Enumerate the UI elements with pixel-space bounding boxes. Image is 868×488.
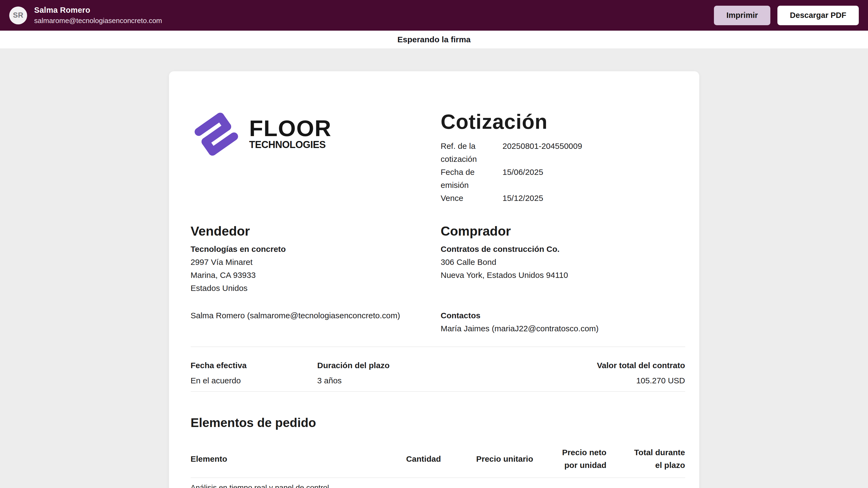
seller-address-line: Marina, CA 93933 (191, 269, 441, 282)
status-text: Esperando la firma (397, 35, 471, 44)
seller-company: Tecnologías en concreto (191, 242, 441, 256)
summary-value: En el acuerdo (191, 374, 317, 387)
meta-value-issue-date: 15/06/2025 (503, 166, 685, 192)
avatar-initials: SR (13, 11, 24, 20)
seller-address-line: 2997 Vía Minaret (191, 256, 441, 269)
buyer-heading: Comprador (441, 224, 685, 239)
seller-heading: Vendedor (191, 224, 441, 239)
item-quantity: 10 (395, 478, 441, 488)
meta-label-issue-date: Fecha de emisión (441, 166, 503, 192)
summary-total-value: Valor total del contrato 105.270 USD (597, 359, 685, 387)
seller-section: Vendedor Tecnologías en concreto 2997 Ví… (191, 224, 441, 335)
floor-logo-icon (191, 105, 242, 163)
column-header-cantidad: Cantidad (395, 453, 441, 465)
seller-address: Tecnologías en concreto 2997 Vía Minaret… (191, 242, 441, 309)
meta-value-ref: 20250801-204550009 (503, 140, 685, 166)
summary-effective-date: Fecha efectiva En el acuerdo (191, 359, 317, 387)
summary-label: Fecha efectiva (191, 359, 317, 372)
summary-term-duration: Duración del plazo 3 años (317, 359, 597, 387)
user-meta: Salma Romero salmarome@tecnologiasenconc… (34, 6, 162, 25)
item-net-price: 2000 USD (552, 478, 607, 488)
summary-value: 3 años (317, 374, 597, 387)
app-header: SR Salma Romero salmarome@tecnologiasenc… (0, 0, 868, 31)
item-unit-price: 2000 USD (460, 478, 533, 488)
meta-row-issue-date: Fecha de emisión 15/06/2025 (441, 166, 685, 192)
seller-contact: Salma Romero (salmarome@tecnologiasencon… (191, 309, 441, 322)
order-table-header: Elemento Cantidad Precio unitario Precio… (191, 444, 685, 478)
summary-value: 105.270 USD (597, 374, 685, 387)
parties-section: Vendedor Tecnologías en concreto 2997 Ví… (191, 224, 685, 335)
status-bar: Esperando la firma (0, 31, 868, 49)
seller-address-line: Estados Unidos (191, 282, 441, 295)
column-header-elemento: Elemento (191, 453, 376, 465)
summary-label: Valor total del contrato (597, 359, 685, 372)
buyer-company: Contratos de construcción Co. (441, 242, 685, 256)
logo-wordmark: FLOOR TECHNOLOGIES (249, 118, 332, 151)
meta-label-ref: Ref. de la cotización (441, 140, 503, 166)
download-pdf-button[interactable]: Descargar PDF (777, 6, 859, 25)
buyer-address-line: 306 Calle Bond (441, 256, 685, 269)
item-total: 60.000 USD (625, 478, 685, 488)
logo-word-technologies: TECHNOLOGIES (249, 138, 332, 151)
seller-contact-line: Salma Romero (salmarome@tecnologiasencon… (191, 309, 441, 322)
item-name: Análisis en tiempo real y panel de contr… (191, 478, 376, 488)
company-logo: FLOOR TECHNOLOGIES (191, 105, 441, 221)
logo-word-floor: FLOOR (249, 118, 332, 138)
user-name: Salma Romero (34, 6, 162, 14)
buyer-contact-line: María Jaimes (mariaJ22@contratosco.com) (441, 322, 685, 335)
buyer-section: Comprador Contratos de construcción Co. … (441, 224, 685, 335)
header-actions: Imprimir Descargar PDF (714, 6, 859, 25)
table-row: Análisis en tiempo real y panel de contr… (191, 478, 685, 488)
meta-value-expiry: 15/12/2025 (503, 192, 685, 205)
card-top-row: FLOOR TECHNOLOGIES Cotización Ref. de la… (191, 105, 685, 221)
quote-title-block: Cotización Ref. de la cotización 2025080… (441, 105, 685, 221)
column-header-precio-unitario: Precio unitario (460, 453, 533, 465)
divider (191, 391, 685, 392)
user-email: salmarome@tecnologiasenconcreto.com (34, 17, 162, 25)
quote-meta: Ref. de la cotización 20250801-204550009… (441, 140, 685, 205)
buyer-contacts: Contactos María Jaimes (mariaJ22@contrat… (441, 309, 685, 335)
meta-row-expiry: Vence 15/12/2025 (441, 192, 685, 205)
buyer-address-line: Nueva York, Estados Unidos 94110 (441, 269, 685, 282)
order-items-heading: Elementos de pedido (191, 415, 685, 430)
meta-label-expiry: Vence (441, 192, 503, 205)
contract-summary: Fecha efectiva En el acuerdo Duración de… (191, 347, 685, 391)
quote-card: FLOOR TECHNOLOGIES Cotización Ref. de la… (169, 71, 699, 488)
column-header-precio-neto: Precio neto por unidad (552, 446, 607, 471)
summary-label: Duración del plazo (317, 359, 597, 372)
buyer-address: Contratos de construcción Co. 306 Calle … (441, 242, 685, 309)
column-header-total-plazo: Total durante el plazo (625, 446, 685, 471)
buyer-contacts-label: Contactos (441, 309, 685, 322)
meta-row-ref: Ref. de la cotización 20250801-204550009 (441, 140, 685, 166)
page-title: Cotización (441, 109, 685, 135)
print-button[interactable]: Imprimir (714, 6, 770, 25)
avatar: SR (9, 6, 27, 24)
